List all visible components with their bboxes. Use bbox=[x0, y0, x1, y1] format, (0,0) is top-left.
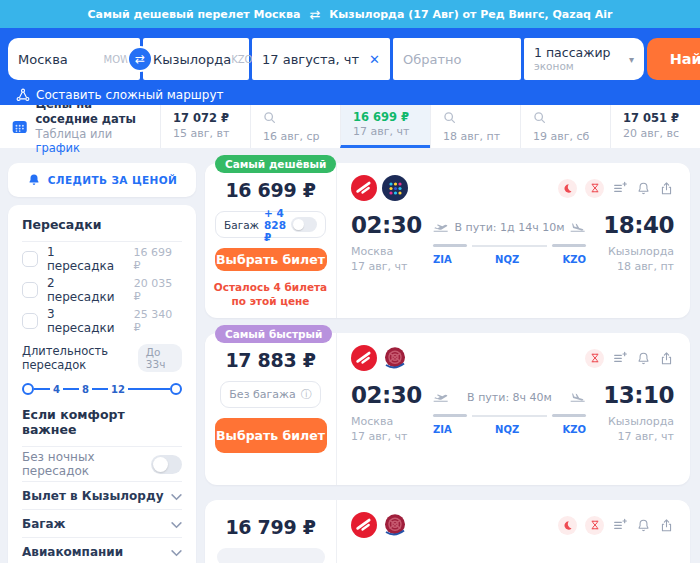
redwings-airline-logo bbox=[351, 175, 377, 201]
fastest-badge: Самый быстрый bbox=[215, 325, 332, 343]
share-icon[interactable] bbox=[659, 181, 674, 196]
date-cell-20-aug[interactable]: 17 051 ₽ 20 авг, вс bbox=[610, 105, 700, 148]
arrive-date: 17 авг, чт bbox=[598, 430, 674, 443]
filter-option-2-transfers[interactable]: 2 пересадки 20 035 ₽ bbox=[22, 275, 182, 304]
sort-options-icon[interactable] bbox=[612, 350, 628, 366]
price-alert-bell-icon[interactable] bbox=[636, 351, 651, 366]
sort-options-icon[interactable] bbox=[612, 180, 628, 196]
search-icon bbox=[263, 108, 340, 130]
no-night-transfers-row[interactable]: Без ночных пересадок bbox=[22, 447, 182, 481]
slider-handle-max[interactable] bbox=[170, 383, 182, 395]
chart-view-link[interactable]: график bbox=[35, 141, 80, 155]
passengers-select[interactable]: 1 пассажир эконом ▾ bbox=[524, 38, 644, 80]
search-bar: Москва MOW ⇄ Кызылорда KZO 17 августа, ч… bbox=[0, 28, 700, 105]
price-alert-bell-icon[interactable] bbox=[636, 518, 651, 533]
baggage-option[interactable]: Без багажа ⓘ bbox=[220, 381, 320, 408]
airport-code[interactable]: ZIA bbox=[433, 424, 452, 435]
ticket-card-partial: 16 799 ₽ bbox=[205, 500, 690, 563]
search-icon bbox=[443, 108, 520, 130]
chevron-down-icon bbox=[171, 514, 182, 533]
return-date-input[interactable]: Обратно bbox=[393, 38, 521, 80]
neighbour-dates-bar: Цены на соседние даты Таблица или график… bbox=[0, 105, 700, 148]
share-icon[interactable] bbox=[659, 518, 674, 533]
baggage-option[interactable] bbox=[217, 548, 325, 563]
clear-date-icon[interactable]: ✕ bbox=[369, 52, 380, 67]
destination-input[interactable]: Кызылорда KZO bbox=[143, 38, 249, 80]
promo-banner-text-right: Кызылорда (17 Авг) от Ред Вингс, Qazaq A… bbox=[329, 8, 612, 21]
date-cell-date: 15 авг, вт bbox=[173, 127, 250, 142]
depart-date-input[interactable]: 17 августа, чт ✕ bbox=[252, 38, 390, 80]
depart-time: 02:30 bbox=[351, 382, 421, 408]
rose-airline-logo bbox=[382, 512, 408, 538]
share-icon[interactable] bbox=[659, 351, 674, 366]
filter-option-1-transfer[interactable]: 1 пересадка 16 699 ₽ bbox=[22, 244, 182, 273]
date-cell-18-aug[interactable]: 18 авг, пт bbox=[430, 105, 520, 148]
depart-time: 02:30 bbox=[351, 212, 421, 238]
ticket-card-fastest: Самый быстрый 17 883 ₽ Без багажа ⓘ Выбр… bbox=[205, 333, 690, 485]
choose-ticket-button[interactable]: Выбрать билет bbox=[215, 248, 327, 271]
filter-option-3-transfers[interactable]: 3 пересадки 25 340 ₽ bbox=[22, 306, 182, 335]
airport-code[interactable]: NQZ bbox=[495, 254, 519, 265]
arrive-city: Кызылорда bbox=[598, 415, 674, 428]
checkbox[interactable] bbox=[22, 313, 38, 329]
checkbox[interactable] bbox=[22, 282, 38, 298]
cabin-class-value: эконом bbox=[534, 60, 610, 73]
slider-handle-min[interactable] bbox=[22, 383, 34, 395]
airport-code[interactable]: KZO bbox=[562, 424, 586, 435]
filters-card: Пересадки 1 пересадка 16 699 ₽ 2 пересад… bbox=[8, 205, 196, 563]
complex-route-link[interactable]: Составить сложный маршрут bbox=[8, 88, 700, 102]
complex-route-label: Составить сложный маршрут bbox=[36, 88, 223, 102]
date-cell-16-aug[interactable]: 16 авг, ср bbox=[250, 105, 340, 148]
airport-code[interactable]: ZIA bbox=[433, 254, 452, 265]
promo-banner: Самый дешевый перелет Москва ⇄ Кызылорда… bbox=[0, 0, 700, 28]
no-night-transfers-toggle[interactable] bbox=[151, 455, 182, 474]
search-submit-button[interactable]: Найти bbox=[647, 38, 700, 80]
airport-code[interactable]: KZO bbox=[562, 254, 586, 265]
depart-city: Москва bbox=[351, 245, 421, 258]
route-line bbox=[433, 244, 586, 247]
calendar-icon bbox=[12, 116, 27, 138]
filters-sidebar: СЛЕДИТЬ ЗА ЦЕНОЙ Пересадки 1 пересадка 1… bbox=[8, 163, 196, 563]
flight-duration: В пути: 8ч 40м bbox=[449, 391, 570, 404]
ticket-price: 16 699 ₽ bbox=[225, 179, 315, 201]
cheapest-badge: Самый дешёвый bbox=[215, 155, 336, 173]
arrive-city: Кызылорда bbox=[598, 245, 674, 258]
accordion-airlines[interactable]: Авиакомпании bbox=[22, 537, 182, 563]
price-alert-bell-icon[interactable] bbox=[636, 181, 651, 196]
accordion-baggage[interactable]: Багаж bbox=[22, 509, 182, 537]
flight-search-page: Самый дешевый перелет Москва ⇄ Кызылорда… bbox=[0, 0, 700, 563]
swap-directions-button[interactable]: ⇄ bbox=[127, 46, 153, 72]
landing-plane-icon bbox=[570, 388, 586, 407]
results-list: Самый дешёвый 16 699 ₽ Багаж + 4 828 ₽ В… bbox=[205, 163, 690, 563]
depart-date-value: 17 августа, чт bbox=[262, 52, 359, 67]
origin-input[interactable]: Москва MOW bbox=[8, 38, 140, 80]
date-cell-15-aug[interactable]: 17 072 ₽ 15 авг, вт bbox=[160, 105, 250, 148]
date-cell-date: 18 авг, пт bbox=[443, 130, 520, 145]
transfers-section-title: Пересадки bbox=[22, 217, 182, 242]
sort-options-icon[interactable] bbox=[612, 517, 628, 533]
chevron-down-icon: ▾ bbox=[629, 54, 634, 65]
date-cell-17-aug-selected[interactable]: 16 699 ₽ 17 авг, чт bbox=[340, 105, 430, 148]
duration-range-slider[interactable]: 4 8 12 bbox=[22, 383, 182, 395]
redwings-airline-logo bbox=[351, 345, 377, 371]
route-line bbox=[433, 414, 586, 417]
ticket-card-cheapest: Самый дешёвый 16 699 ₽ Багаж + 4 828 ₽ В… bbox=[205, 163, 690, 318]
date-cell-19-aug[interactable]: 19 авг, сб bbox=[520, 105, 610, 148]
route-icon bbox=[16, 88, 30, 102]
chevron-down-icon bbox=[171, 542, 182, 561]
swap-icon: ⇄ bbox=[135, 52, 145, 66]
airport-code[interactable]: NQZ bbox=[495, 424, 519, 435]
baggage-option[interactable]: Багаж + 4 828 ₽ bbox=[215, 211, 326, 238]
rose-airline-logo bbox=[382, 345, 408, 371]
track-price-button[interactable]: СЛЕДИТЬ ЗА ЦЕНОЙ bbox=[8, 163, 196, 197]
destination-iata-code: KZO bbox=[231, 54, 252, 65]
accordion-departure[interactable]: Вылет в Кызылорду bbox=[22, 481, 182, 509]
main-content: СЛЕДИТЬ ЗА ЦЕНОЙ Пересадки 1 пересадка 1… bbox=[0, 148, 700, 563]
promo-banner-text-left: Самый дешевый перелет Москва bbox=[88, 8, 301, 21]
checkbox[interactable] bbox=[22, 251, 38, 267]
chevron-down-icon bbox=[171, 486, 182, 505]
baggage-toggle[interactable] bbox=[291, 217, 317, 232]
choose-ticket-button[interactable]: Выбрать билет bbox=[215, 418, 327, 453]
long-transfer-icon bbox=[585, 179, 604, 198]
landing-plane-icon bbox=[570, 218, 586, 237]
